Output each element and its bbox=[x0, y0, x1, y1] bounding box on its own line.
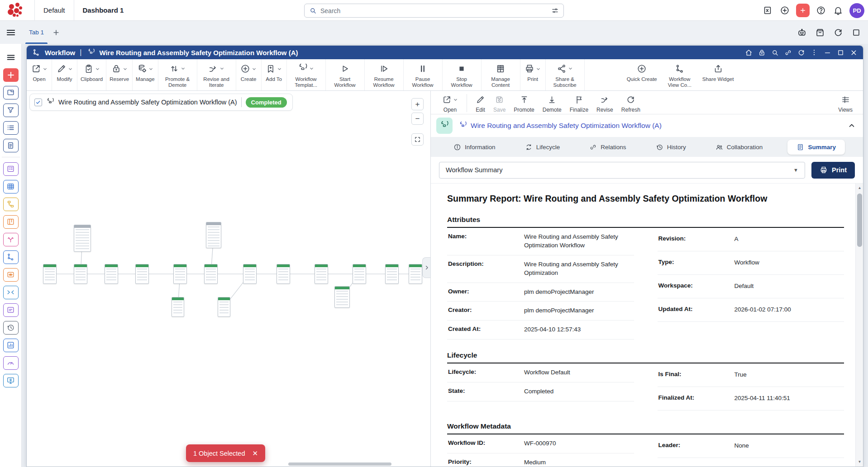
report-select[interactable]: Workflow Summary ▼ bbox=[439, 162, 805, 179]
toolbar-share-widget-button[interactable]: Share Widget bbox=[699, 59, 737, 90]
bell-icon[interactable] bbox=[832, 5, 844, 16]
search-settings-icon[interactable] bbox=[551, 7, 559, 14]
panel-revise-button[interactable]: Revise bbox=[592, 94, 617, 113]
workflow-node[interactable] bbox=[277, 264, 290, 284]
sidebar-item-table[interactable] bbox=[3, 180, 19, 193]
toolbar-manage-content-button[interactable]: Manage Content bbox=[482, 59, 520, 90]
tab-collaboration[interactable]: Collaboration bbox=[711, 140, 768, 155]
brand-logo[interactable] bbox=[7, 2, 27, 19]
sidebar-item-list[interactable] bbox=[3, 121, 19, 135]
workflow-node[interactable] bbox=[218, 297, 230, 317]
zoom-in-button[interactable]: + bbox=[411, 98, 424, 110]
toolbar-share-subscribe-button[interactable]: Share & Subscribe bbox=[546, 59, 585, 90]
sidebar-item-merge[interactable] bbox=[3, 286, 19, 299]
horizontal-scrollbar-thumb[interactable] bbox=[288, 462, 391, 466]
selected-object-row[interactable]: Wire Routing and Assembly Safety Optimiz… bbox=[29, 94, 293, 111]
toolbar-reserve-button[interactable]: Reserve bbox=[106, 59, 133, 90]
sidebar-item-plus[interactable] bbox=[3, 68, 19, 82]
sidebar-item-form[interactable] bbox=[3, 162, 19, 176]
search-icon[interactable] bbox=[770, 47, 780, 57]
tab-summary[interactable]: Summary bbox=[787, 140, 845, 155]
toast-close-icon[interactable]: ✕ bbox=[252, 449, 258, 458]
toolbar-stop-workflow-button[interactable]: Stop Workflow bbox=[443, 59, 482, 90]
quick-add-button[interactable] bbox=[796, 4, 810, 17]
workflow-node[interactable] bbox=[74, 225, 91, 252]
workflow-node[interactable] bbox=[43, 264, 57, 284]
toolbar-promote-demote-button[interactable]: Promote & Demote bbox=[158, 59, 197, 90]
scroll-down-arrow[interactable]: ▼ bbox=[856, 458, 863, 466]
package-icon[interactable] bbox=[815, 27, 825, 38]
views-button[interactable]: Views bbox=[834, 94, 857, 113]
workflow-node[interactable] bbox=[334, 286, 350, 308]
panel-demote-button[interactable]: Demote bbox=[539, 94, 566, 113]
tab-lifecycle[interactable]: Lifecycle bbox=[520, 140, 565, 155]
toolbar-print-button[interactable]: Print bbox=[520, 59, 546, 90]
selected-checkbox[interactable] bbox=[34, 99, 42, 106]
tab-history[interactable]: History bbox=[651, 140, 691, 155]
maximize-icon[interactable] bbox=[835, 47, 845, 57]
user-avatar[interactable]: PD bbox=[849, 3, 864, 18]
panel-edit-button[interactable]: Edit bbox=[472, 94, 489, 113]
sidebar-item-funnel[interactable] bbox=[3, 104, 19, 117]
toolbar-revise-and-iterate-button[interactable]: Revise and Iterate bbox=[197, 59, 236, 90]
sidebar-item-kanban[interactable] bbox=[3, 215, 19, 229]
lock-icon[interactable] bbox=[757, 47, 767, 57]
toolbar-create-button[interactable]: Create bbox=[236, 59, 262, 90]
toolbar-manage-button[interactable]: Manage bbox=[133, 59, 158, 90]
menu-dashboard-1[interactable]: Dashboard 1 bbox=[74, 6, 133, 14]
sidebar-item-note[interactable] bbox=[3, 303, 19, 317]
workflow-canvas[interactable]: Wire Routing and Assembly Safety Optimiz… bbox=[27, 91, 430, 467]
sidebar-item-split[interactable] bbox=[3, 233, 19, 246]
add-tab-button[interactable] bbox=[52, 28, 60, 37]
sidebar-item-gauge[interactable] bbox=[3, 356, 19, 370]
sidebar-item-workflow[interactable] bbox=[3, 250, 19, 264]
close-icon[interactable] bbox=[849, 47, 858, 57]
panel-open-button[interactable]: Open bbox=[438, 94, 462, 113]
link-icon[interactable] bbox=[783, 47, 793, 57]
toolbar-modify-button[interactable]: Modify bbox=[52, 59, 77, 90]
workflow-node[interactable] bbox=[243, 264, 257, 284]
global-search[interactable] bbox=[304, 4, 564, 18]
export-icon[interactable] bbox=[762, 5, 773, 16]
workflow-node[interactable] bbox=[173, 264, 187, 284]
panel-promote-button[interactable]: Promote bbox=[510, 94, 538, 113]
workflow-node[interactable] bbox=[206, 222, 221, 248]
toolbar-add-to-button[interactable]: Add To bbox=[262, 59, 287, 90]
window-restore-icon[interactable] bbox=[851, 27, 862, 38]
window-titlebar[interactable]: Workflow | Wire Routing and Assembly Saf… bbox=[27, 46, 863, 59]
home-icon[interactable] bbox=[744, 47, 754, 57]
item-title-link[interactable]: Wire Routing and Assembly Safety Optimiz… bbox=[471, 122, 662, 130]
vertical-scrollbar-thumb[interactable] bbox=[857, 193, 862, 247]
workflow-node[interactable] bbox=[204, 264, 218, 284]
sidebar-item-chart[interactable] bbox=[3, 339, 19, 352]
sidebar-item-monitor-sync[interactable] bbox=[3, 374, 19, 387]
assistant-icon[interactable] bbox=[796, 27, 807, 38]
tab-information[interactable]: Information bbox=[449, 140, 500, 155]
panel-collapse-handle[interactable] bbox=[422, 257, 430, 278]
sidebar-item-browser[interactable] bbox=[3, 86, 19, 99]
workflow-node[interactable] bbox=[353, 264, 366, 284]
chevron-up-icon[interactable] bbox=[848, 122, 856, 130]
scroll-up-arrow[interactable]: ▲ bbox=[856, 184, 863, 192]
zoom-out-button[interactable]: − bbox=[411, 113, 424, 125]
minimize-icon[interactable] bbox=[822, 47, 832, 57]
kebab-icon[interactable] bbox=[809, 47, 819, 57]
help-icon[interactable] bbox=[815, 5, 827, 16]
hamburger-menu-icon[interactable] bbox=[0, 27, 22, 38]
workflow-node[interactable] bbox=[409, 264, 422, 284]
workflow-node[interactable] bbox=[385, 264, 399, 284]
tab-relations[interactable]: Relations bbox=[585, 140, 630, 155]
toolbar-workflow-templat-button[interactable]: Workflow Templat... bbox=[287, 59, 326, 90]
plus-circle-icon[interactable] bbox=[779, 5, 791, 16]
toolbar-open-button[interactable]: Open bbox=[27, 59, 52, 90]
sidebar-item-tree[interactable] bbox=[3, 198, 19, 211]
workflow-node[interactable] bbox=[172, 297, 184, 317]
fit-screen-button[interactable] bbox=[411, 133, 424, 146]
toolbar-workflow-view-co-button[interactable]: Workflow View Co... bbox=[660, 59, 699, 90]
sidebar-item-history[interactable] bbox=[3, 321, 19, 335]
workflow-node[interactable] bbox=[315, 264, 328, 284]
search-input[interactable] bbox=[320, 7, 551, 14]
toolbar-pause-workflow-button[interactable]: Pause Workflow bbox=[404, 59, 443, 90]
refresh-icon[interactable] bbox=[833, 27, 844, 38]
sidebar-item-menu[interactable] bbox=[3, 51, 19, 64]
